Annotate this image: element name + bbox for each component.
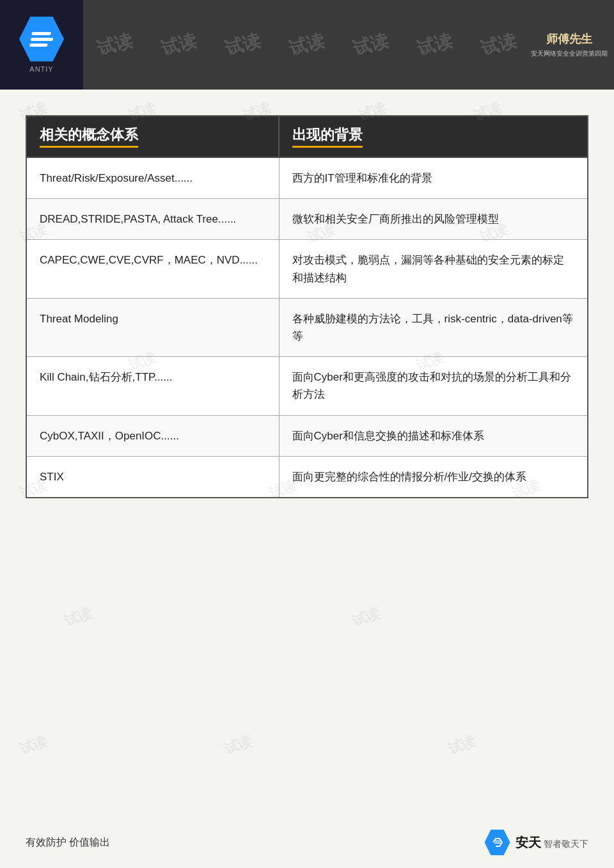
page-wm-17: 试读 <box>221 731 255 759</box>
header-wm-5: 试读 <box>350 28 391 61</box>
table-cell-right-3: 各种威胁建模的方法论，工具，risk-centric，data-driven等等 <box>279 298 588 356</box>
table-cell-right-4: 面向Cyber和更高强度的攻击和对抗的场景的分析工具和分析方法 <box>279 357 588 415</box>
table-cell-right-0: 西方的IT管理和标准化的背景 <box>279 157 588 199</box>
table-row: DREAD,STRIDE,PASTA, Attack Tree......微软和… <box>26 199 588 240</box>
footer-logo-svg <box>491 836 504 849</box>
logo-label: ANTIY <box>29 65 53 73</box>
header-wm-4: 试读 <box>287 28 327 61</box>
table-cell-left-3: Threat Modeling <box>26 298 279 356</box>
table-row: CAPEC,CWE,CVE,CVRF，MAEC，NVD......对攻击模式，脆… <box>26 240 588 298</box>
table-header-row: 相关的概念体系 出现的背景 <box>26 116 588 157</box>
table-cell-right-2: 对攻击模式，脆弱点，漏洞等各种基础的安全元素的标定和描述结构 <box>279 240 588 298</box>
logo-line-1 <box>31 32 51 35</box>
col1-header-text: 相关的概念体系 <box>40 125 138 148</box>
header-brand-name: 师傅先生 <box>546 31 592 47</box>
page-wm-18: 试读 <box>445 731 478 759</box>
table-cell-left-5: CybOX,TAXII，OpenIOC...... <box>26 415 279 456</box>
table-cell-right-5: 面向Cyber和信息交换的描述和标准体系 <box>279 415 588 456</box>
table-cell-left-4: Kill Chain,钻石分析,TTP...... <box>26 357 279 415</box>
logo-line-2 <box>30 38 53 41</box>
footer-brand-name: 安天 <box>516 835 541 849</box>
header-wm-2: 试读 <box>159 28 200 61</box>
header-wm-3: 试读 <box>223 28 264 61</box>
col1-header: 相关的概念体系 <box>26 116 279 157</box>
page-wm-16: 试读 <box>17 731 50 759</box>
header-wm-6: 试读 <box>414 28 455 61</box>
header-watermarks: 试读 试读 试读 试读 试读 试读 试读 <box>83 0 531 90</box>
table-row: Kill Chain,钻石分析,TTP......面向Cyber和更高强度的攻击… <box>26 357 588 415</box>
page-wm-14: 试读 <box>61 603 95 631</box>
header: ANTIY 试读 试读 试读 试读 试读 试读 试读 师傅先生 安天网络安全全训… <box>0 0 614 90</box>
logo-line-3 <box>29 43 47 47</box>
footer-brand-sub: 智者敬天下 <box>544 839 588 849</box>
table-cell-right-1: 微软和相关安全厂商所推出的风险管理模型 <box>279 199 588 240</box>
table-cell-left-2: CAPEC,CWE,CVE,CVRF，MAEC，NVD...... <box>26 240 279 298</box>
table-row: CybOX,TAXII，OpenIOC......面向Cyber和信息交换的描述… <box>26 415 588 456</box>
table-cell-left-6: STIX <box>26 456 279 498</box>
table-row: Threat Modeling各种威胁建模的方法论，工具，risk-centri… <box>26 298 588 356</box>
header-wm-7: 试读 <box>478 28 519 61</box>
logo-lines <box>29 32 54 47</box>
footer-tagline: 有效防护 价值输出 <box>26 836 110 849</box>
table-cell-right-6: 面向更完整的综合性的情报分析/作业/交换的体系 <box>279 456 588 498</box>
header-wm-1: 试读 <box>95 28 136 61</box>
table-row: Threat/Risk/Exposure/Asset......西方的IT管理和… <box>26 157 588 199</box>
table-cell-left-0: Threat/Risk/Exposure/Asset...... <box>26 157 279 199</box>
page-wm-15: 试读 <box>349 603 382 631</box>
table-cell-left-1: DREAD,STRIDE,PASTA, Attack Tree...... <box>26 199 279 240</box>
main-content: 相关的概念体系 出现的背景 Threat/Risk/Exposure/Asset… <box>0 90 614 517</box>
col2-header: 出现的背景 <box>279 116 588 157</box>
logo-area: ANTIY <box>0 0 83 90</box>
footer: 有效防护 价值输出 安天 智者敬天下 <box>0 830 614 855</box>
header-right-logo: 师傅先生 安天网络安全全训营第四期 <box>531 13 608 77</box>
col2-header-text: 出现的背景 <box>292 125 363 148</box>
footer-logo-icon <box>485 830 510 855</box>
footer-brand-text: 安天 智者敬天下 <box>516 834 588 851</box>
table-row: STIX面向更完整的综合性的情报分析/作业/交换的体系 <box>26 456 588 498</box>
content-table: 相关的概念体系 出现的背景 Threat/Risk/Exposure/Asset… <box>26 115 588 498</box>
header-brand-sub: 安天网络安全全训营第四期 <box>531 49 608 58</box>
logo-hex-icon <box>19 17 64 61</box>
footer-brand-area: 安天 智者敬天下 <box>485 830 588 855</box>
